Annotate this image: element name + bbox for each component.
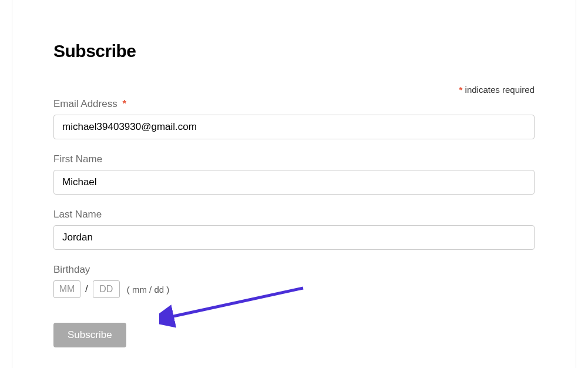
birthday-month-input[interactable] [53,280,80,298]
required-indicator-note: * indicates required [53,85,535,95]
birthday-row: / ( mm / dd ) [53,280,535,298]
email-label-text: Email Address [53,98,120,109]
subscribe-button[interactable]: Subscribe [53,323,126,347]
firstname-group: First Name [53,153,535,195]
date-separator: / [85,283,88,295]
birthday-label: Birthday [53,264,535,276]
lastname-label: Last Name [53,209,535,220]
page-title: Subscribe [53,41,535,61]
lastname-group: Last Name [53,209,535,250]
firstname-label: First Name [53,153,535,165]
email-label: Email Address * [53,98,535,110]
form-container: Subscribe * indicates required Email Add… [12,0,576,368]
firstname-input[interactable] [53,170,535,195]
asterisk-icon: * [122,98,126,109]
birthday-day-input[interactable] [93,280,120,298]
email-input[interactable] [53,115,535,139]
required-note-text: indicates required [462,85,535,95]
birthday-format-hint: ( mm / dd ) [127,285,170,295]
email-group: Email Address * [53,98,535,139]
lastname-input[interactable] [53,225,535,250]
birthday-group: Birthday / ( mm / dd ) [53,264,535,298]
